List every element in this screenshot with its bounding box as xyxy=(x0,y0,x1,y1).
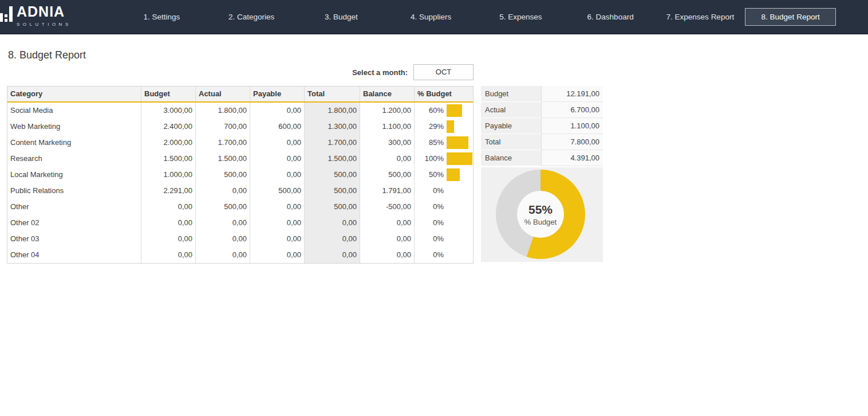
pct-value: 50% xyxy=(429,167,444,183)
cell-pct-budget: 100% xyxy=(414,151,473,167)
nav-tab-4-suppliers[interactable]: 4. Suppliers xyxy=(386,8,476,26)
table-body: Social Media3.000,001.800,000,001.800,00… xyxy=(7,103,473,263)
cell-balance: 300,00 xyxy=(360,135,414,151)
budget-table: CategoryBudgetActualPayableTotalBalance%… xyxy=(7,86,474,264)
logo-title: ADNIA xyxy=(17,4,72,19)
cell-category: Public Relations xyxy=(7,183,141,199)
cell-actual: 1.800,00 xyxy=(195,103,250,119)
donut-center: 55% % Budget xyxy=(517,191,564,238)
nav-tab-5-expenses[interactable]: 5. Expenses xyxy=(476,8,566,26)
pct-bar-track xyxy=(447,168,472,181)
column-header: Budget xyxy=(141,87,195,101)
summary-label: Total xyxy=(481,134,541,150)
pct-bar-track xyxy=(447,201,472,213)
cell-category: Other 04 xyxy=(7,247,141,263)
cell-budget: 1.500,00 xyxy=(141,151,195,167)
cell-actual: 0,00 xyxy=(195,247,250,263)
cell-category: Web Marketing xyxy=(7,119,141,135)
pct-data-bar xyxy=(447,136,468,149)
pct-bar-track xyxy=(447,152,472,165)
table-row: Public Relations2.291,000,00500,00500,00… xyxy=(7,183,473,199)
cell-payable: 500,00 xyxy=(250,183,304,199)
cell-actual: 500,00 xyxy=(195,199,250,215)
nav-tab-2-categories[interactable]: 2. Categories xyxy=(207,8,297,26)
cell-category: Research xyxy=(7,151,141,167)
app-window: ADNIA SOLUTIONS 1. Settings2. Categories… xyxy=(0,0,868,416)
pct-data-bar xyxy=(447,104,462,117)
cell-category: Content Marketing xyxy=(7,135,141,151)
cell-payable: 0,00 xyxy=(250,103,304,119)
cell-total: 0,00 xyxy=(304,231,360,247)
table-row: Local Marketing1.000,00500,000,00500,005… xyxy=(7,167,473,183)
month-selector: Select a month: OCT xyxy=(0,64,474,80)
logo: ADNIA SOLUTIONS xyxy=(1,4,72,27)
table-row: Web Marketing2.400,00700,00600,001.300,0… xyxy=(7,119,473,135)
pct-value: 0% xyxy=(433,183,444,199)
cell-category: Other 03 xyxy=(7,231,141,247)
donut-percent-label: % Budget xyxy=(524,218,557,226)
cell-budget: 2.400,00 xyxy=(141,119,195,135)
cell-actual: 1.700,00 xyxy=(195,135,250,151)
pct-value: 0% xyxy=(433,199,444,215)
cell-balance: -500,00 xyxy=(360,199,414,215)
nav-tab-7-expenses-report[interactable]: 7. Expenses Report xyxy=(656,8,745,26)
column-header: Balance xyxy=(360,87,414,101)
table-header-row: CategoryBudgetActualPayableTotalBalance%… xyxy=(7,87,473,103)
logo-text: ADNIA SOLUTIONS xyxy=(17,4,72,27)
summary-label: Payable xyxy=(481,118,541,134)
pct-value: 29% xyxy=(429,119,444,135)
cell-budget: 0,00 xyxy=(141,215,195,231)
month-selector-label: Select a month: xyxy=(352,68,408,77)
cell-pct-budget: 29% xyxy=(414,119,473,135)
cell-pct-budget: 85% xyxy=(414,135,473,151)
pct-value: 85% xyxy=(429,135,444,151)
cell-balance: 0,00 xyxy=(360,231,414,247)
summary-label: Actual xyxy=(481,102,541,118)
pct-data-bar xyxy=(447,152,472,165)
summary-row: Actual6.700,00 xyxy=(481,102,603,118)
cell-budget: 2.000,00 xyxy=(141,135,195,151)
column-header: Total xyxy=(304,87,360,101)
summary-row: Budget12.191,00 xyxy=(481,86,603,102)
cell-total: 1.500,00 xyxy=(304,151,360,167)
pct-bar-track xyxy=(447,233,472,245)
cell-payable: 0,00 xyxy=(250,167,304,183)
table-row: Content Marketing2.000,001.700,000,001.7… xyxy=(7,135,473,151)
pct-value: 0% xyxy=(433,247,444,263)
cell-pct-budget: 0% xyxy=(414,215,473,231)
summary-value: 7.800,00 xyxy=(541,134,603,150)
pct-value: 0% xyxy=(433,215,444,231)
budget-gauge-panel: 55% % Budget xyxy=(481,167,603,262)
cell-balance: 1.791,00 xyxy=(360,183,414,199)
table-row: Other0,00500,000,00500,00-500,000% xyxy=(7,199,473,215)
column-header: Actual xyxy=(195,87,250,101)
cell-payable: 0,00 xyxy=(250,199,304,215)
table-row: Other 040,000,000,000,000,000% xyxy=(7,247,473,263)
summary-row: Balance4.391,00 xyxy=(481,150,603,166)
pct-value: 60% xyxy=(429,103,444,119)
cell-total: 500,00 xyxy=(304,167,360,183)
table-row: Social Media3.000,001.800,000,001.800,00… xyxy=(7,103,473,119)
cell-pct-budget: 50% xyxy=(414,167,473,183)
nav-tab-6-dashboard[interactable]: 6. Dashboard xyxy=(566,8,656,26)
summary-label: Balance xyxy=(481,150,541,166)
cell-total: 1.800,00 xyxy=(304,103,360,119)
nav-tabs: 1. Settings2. Categories3. Budget4. Supp… xyxy=(117,0,836,33)
month-dropdown[interactable]: OCT xyxy=(413,64,474,80)
cell-pct-budget: 0% xyxy=(414,183,473,199)
cell-payable: 0,00 xyxy=(250,135,304,151)
nav-tab-3-budget[interactable]: 3. Budget xyxy=(297,8,386,26)
cell-balance: 1.200,00 xyxy=(360,103,414,119)
top-navigation-bar: ADNIA SOLUTIONS 1. Settings2. Categories… xyxy=(0,0,868,34)
cell-actual: 700,00 xyxy=(195,119,250,135)
cell-balance: 0,00 xyxy=(360,247,414,263)
cell-total: 500,00 xyxy=(304,183,360,199)
cell-payable: 0,00 xyxy=(250,215,304,231)
cell-balance: 500,00 xyxy=(360,167,414,183)
nav-tab-8-budget-report[interactable]: 8. Budget Report xyxy=(745,8,836,26)
column-header: % Budget xyxy=(414,87,473,101)
summary-panel: Budget12.191,00Actual6.700,00Payable1.10… xyxy=(481,86,603,166)
cell-payable: 0,00 xyxy=(250,231,304,247)
nav-tab-1-settings[interactable]: 1. Settings xyxy=(117,8,207,26)
cell-total: 500,00 xyxy=(304,199,360,215)
